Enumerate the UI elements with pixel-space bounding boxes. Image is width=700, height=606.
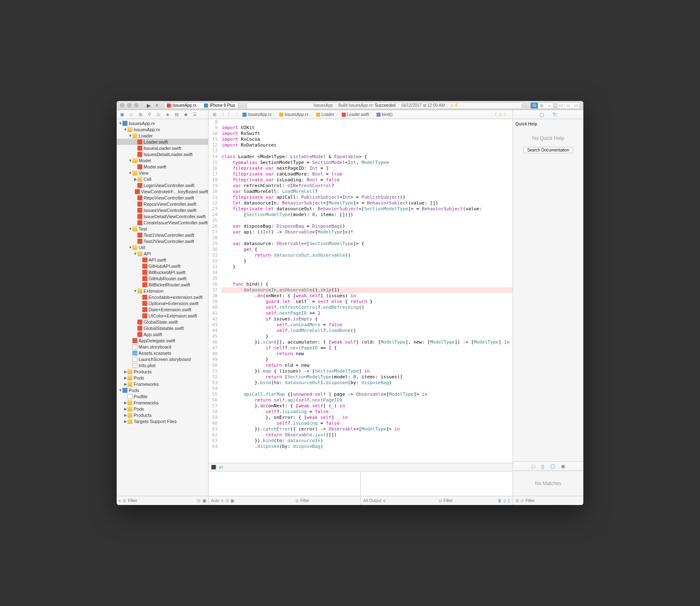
tree-item[interactable]: ▼Test (117, 226, 208, 232)
code-line[interactable]: import UIKit (222, 125, 513, 131)
line-number[interactable]: 43 (209, 322, 218, 328)
code-line[interactable]: self.nextPageID += 1 (222, 310, 513, 316)
tree-item[interactable]: LaunchScreen.storyboard (117, 356, 208, 362)
disclosure-triangle-icon[interactable]: ▶ (123, 370, 127, 374)
close-window-button[interactable] (120, 103, 125, 108)
code-line[interactable]: datasourceIn.asObservable().skip(1) (222, 287, 513, 293)
test-navigator-tab[interactable]: ◈ (165, 112, 170, 118)
code-line[interactable] (222, 148, 513, 154)
tree-item[interactable]: IssuesLoader.swift (117, 145, 208, 151)
line-number[interactable]: 63 (209, 438, 218, 444)
code-line[interactable]: return self.api(self.nextPageID) (222, 397, 513, 403)
issue-indicator-icon[interactable]: ⚠ (499, 112, 502, 117)
jump-bar-segment[interactable]: IssuesApp.rx (278, 112, 315, 118)
recent-icon[interactable]: ◷ (197, 498, 201, 503)
tree-item[interactable]: ▼Loader (117, 132, 208, 139)
code-line[interactable]: [SectionModelType(model: 0, items: [])]) (222, 212, 513, 218)
navigator-filter-input[interactable] (128, 498, 195, 503)
tree-item[interactable]: ▼Pods (117, 387, 208, 393)
line-number[interactable]: 8 (209, 119, 218, 125)
disclosure-triangle-icon[interactable]: ▼ (128, 159, 132, 163)
line-number[interactable]: 15 (209, 160, 218, 166)
disclosure-triangle-icon[interactable]: ▼ (118, 388, 122, 392)
search-documentation-button[interactable]: Search Documentation (523, 147, 573, 153)
tree-item[interactable]: ViewControleIrF…toryBoard.swift (117, 188, 208, 195)
tree-item[interactable]: API.swift (117, 257, 208, 263)
code-line[interactable]: let datasourceIn: BehaviorSubject<[Model… (222, 200, 513, 206)
code-line[interactable]: }.bind(to: datasourceOut).disposed(by: d… (222, 380, 513, 386)
line-number[interactable]: 42 (209, 316, 218, 322)
tree-item[interactable]: ▶Targets Support Files (117, 418, 208, 424)
line-number[interactable]: 46 (209, 339, 218, 345)
code-line[interactable]: .do(onNext: { [weak self] (issues) in (222, 293, 513, 299)
project-navigator-tab[interactable]: ▣ (119, 112, 125, 118)
disclosure-triangle-icon[interactable]: ▶ (123, 413, 127, 417)
line-number[interactable]: 10 (209, 131, 218, 137)
code-content[interactable]: import UIKitimport RxSwiftimport RxCocoa… (221, 119, 513, 463)
code-line[interactable]: .disposed(by: disposeBag) (222, 444, 513, 450)
variables-filter-input[interactable] (300, 498, 358, 503)
code-line[interactable]: if issues.isEmpty { (222, 316, 513, 322)
toggle-inspector-button[interactable]: ▭ (572, 103, 580, 108)
line-number[interactable]: 58 (209, 409, 218, 415)
console-output-selector[interactable]: All Output ≎ (363, 498, 386, 503)
line-number[interactable]: 19 (209, 183, 218, 189)
tree-item[interactable]: CreateIssueViewController.swift (117, 219, 208, 226)
line-number[interactable]: 34 (209, 270, 218, 276)
trash-icon[interactable]: 🗑 (498, 498, 502, 503)
tree-item[interactable]: ▶Products (117, 412, 208, 418)
code-line[interactable]: self.canLoadMore = false (222, 322, 513, 328)
line-number[interactable]: 23 (209, 206, 218, 212)
line-number[interactable]: 44 (209, 328, 218, 334)
line-number[interactable]: 55 (209, 392, 218, 397)
tree-item[interactable]: ▼Util (117, 244, 208, 250)
tree-item[interactable]: RepoViewController.swift (117, 195, 208, 201)
line-number[interactable]: 21 (209, 195, 218, 200)
code-line[interactable]: var loadMoreCell: LoadMoreCell? (222, 189, 513, 195)
code-line[interactable]: } (222, 357, 513, 363)
media-library-tab[interactable]: ▣ (561, 464, 565, 469)
code-line[interactable]: self?.isLoading = false (222, 409, 513, 415)
tree-item[interactable]: BitBucketAPI.swift (117, 269, 208, 275)
code-line[interactable]: if self?.nextPageID == 2 { (222, 345, 513, 351)
code-line[interactable]: }).scan([], accumulator: { [weak self] (… (222, 339, 513, 345)
file-template-tab[interactable]: ▢ (531, 464, 535, 469)
code-line[interactable]: var refreshControl: UIRefreshControl? (222, 183, 513, 189)
report-navigator-tab[interactable]: ☰ (192, 112, 198, 118)
tree-item[interactable]: GitHubAPI.swift (117, 263, 208, 269)
tree-item[interactable]: GitHubRouter.swift (117, 275, 208, 281)
code-line[interactable] (222, 276, 513, 281)
tree-item[interactable]: ▼View (117, 170, 208, 176)
line-number[interactable]: 56 (209, 397, 218, 403)
quicklook-icon[interactable]: ▣ (230, 498, 234, 503)
find-navigator-tab[interactable]: ⚲ (146, 112, 152, 118)
line-number[interactable]: 33 (209, 264, 218, 270)
jump-bar-segment[interactable]: Loader (315, 112, 340, 118)
line-number[interactable]: 9 (209, 125, 218, 131)
line-number[interactable]: 60 (209, 421, 218, 426)
show-console-icon[interactable]: ▯ (508, 498, 510, 503)
line-number[interactable]: 22 (209, 200, 218, 206)
disclosure-triangle-icon[interactable]: ▶ (123, 407, 127, 411)
line-number[interactable]: 17 (209, 171, 218, 177)
toggle-debug-button[interactable]: ▭ (565, 103, 572, 108)
line-number[interactable]: 25 (209, 218, 218, 224)
tree-item[interactable]: App.swift (117, 331, 208, 337)
tree-item[interactable]: ▶Pods (117, 375, 208, 381)
line-number[interactable]: 35 (209, 276, 218, 281)
tree-item[interactable]: ▶Frameworks (117, 399, 208, 406)
disclosure-triangle-icon[interactable]: ▼ (133, 252, 137, 256)
issue-navigator-tab[interactable]: ⚠ (156, 112, 161, 118)
console-filter-input[interactable] (443, 498, 496, 503)
code-line[interactable]: return Observable.just([]) (222, 432, 513, 438)
tree-item[interactable]: ▼API (117, 250, 208, 257)
line-number[interactable]: 18 (209, 177, 218, 183)
disclosure-triangle-icon[interactable]: ▶ (123, 419, 127, 423)
disclosure-triangle-icon[interactable]: ▼ (128, 171, 132, 175)
jump-bar-segment[interactable]: Loader.swift (340, 112, 375, 118)
line-number[interactable]: 40 (209, 305, 218, 310)
code-line[interactable]: fileprivate var canLoadMore: Bool = true (222, 171, 513, 177)
disclosure-triangle-icon[interactable]: ▼ (128, 227, 132, 231)
tree-item[interactable]: Encodable+extension.swift (117, 294, 208, 300)
tree-item[interactable]: ▶Cell (117, 176, 208, 182)
